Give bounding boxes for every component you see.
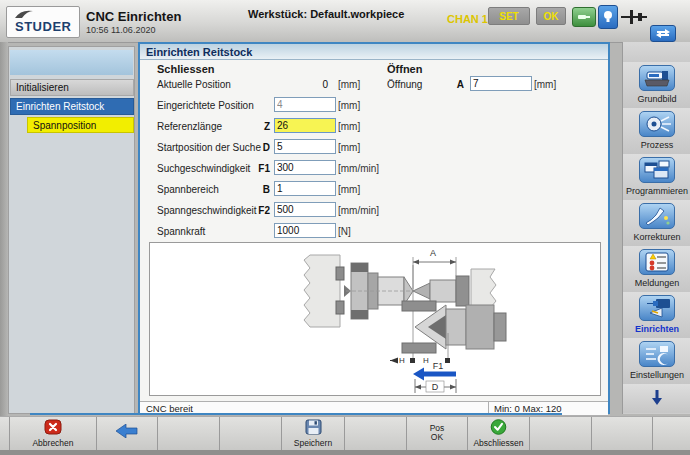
softkey-empty <box>653 417 690 451</box>
softkey-grundbild[interactable]: Grundbild <box>623 62 690 109</box>
channel-label: CHAN 1 <box>447 13 488 25</box>
check-icon <box>490 419 507 435</box>
field-unit: [mm] <box>338 121 360 132</box>
softkey-abbrechen[interactable]: Abbrechen <box>10 417 97 451</box>
form-row: Spannkraft [N] <box>140 223 608 242</box>
dim-label-f1: F1 <box>433 361 444 371</box>
softkey-meldungen[interactable]: Meldungen <box>623 246 690 293</box>
field-label: Suchgeschwindigkeit <box>157 163 250 174</box>
oeffnung-input[interactable] <box>470 76 532 91</box>
field-prefix: D <box>246 142 270 153</box>
referenzlaenge-input[interactable] <box>274 118 336 133</box>
dim-label-d: D <box>432 382 439 392</box>
bottom-softkey-bar: Abbrechen Speichern Pos OK Abschliessen <box>0 416 690 451</box>
dim-label-a: A <box>430 248 436 258</box>
form-row: Startposition der Suche D [mm] <box>140 139 608 158</box>
spanngeschwindigkeit-input[interactable] <box>274 202 336 217</box>
field-prefix: F2 <box>246 205 270 216</box>
softkey-empty <box>592 417 653 451</box>
usb-button[interactable] <box>572 7 596 27</box>
spannbereich-input[interactable] <box>274 181 336 196</box>
field-prefix: F1 <box>246 163 270 174</box>
prozess-icon <box>639 111 675 137</box>
nav-item-spannposition[interactable]: Spannposition <box>27 117 134 133</box>
cancel-icon <box>44 419 62 435</box>
form-row: Spanngeschwindigkeit F2 [mm/min] <box>140 202 608 221</box>
help-bulb-icon <box>603 10 613 24</box>
ok-button[interactable]: OK <box>536 7 566 25</box>
sidebar-header-strip <box>10 50 133 75</box>
field-label: Referenzlänge <box>157 121 222 132</box>
einrichten-reitstock-panel: Einrichten Reitstock Schliessen Öffnen A… <box>138 42 610 414</box>
field-unit: [mm/min] <box>338 205 379 216</box>
softkey-spacer <box>623 42 690 63</box>
nav-item-label: Einrichten Reitstock <box>16 101 104 112</box>
field-unit: [mm/min] <box>338 163 379 174</box>
startposition-input[interactable] <box>274 139 336 154</box>
form-row: Eingerichtete Position [mm] <box>140 97 608 116</box>
tailstock-diagram-drawing: A H H F1 <box>150 243 600 395</box>
nav-item-label: Spannposition <box>33 120 96 131</box>
set-button[interactable]: SET <box>488 7 530 25</box>
eingerichtete-position-input[interactable] <box>274 97 336 112</box>
softkey-pos-ok[interactable]: Pos OK <box>407 417 468 451</box>
meldungen-icon <box>639 249 675 275</box>
softkey-empty <box>345 417 407 451</box>
dim-label-h2: H <box>423 356 429 365</box>
softkey-empty <box>0 417 10 451</box>
field-unit: [mm] <box>338 184 360 195</box>
back-arrow-icon <box>116 424 138 440</box>
field-label: Aktuelle Position <box>157 79 231 90</box>
field-unit: [mm] <box>338 79 360 90</box>
datetime: 10:56 11.06.2020 <box>86 25 155 35</box>
section-oeffnen: Öffnen <box>387 63 422 75</box>
field-prefix: Z <box>246 121 270 132</box>
softkey-empty <box>530 417 592 451</box>
page-title: CNC Einrichten <box>86 9 181 24</box>
einstellungen-icon <box>639 341 675 367</box>
panel-title: Einrichten Reitstock <box>140 44 608 60</box>
help-button[interactable] <box>598 5 618 29</box>
oeffnung-label: Öffnung <box>387 79 422 90</box>
left-edge-strip <box>0 42 8 450</box>
softkey-programmieren[interactable]: Programmieren <box>623 154 690 201</box>
softkey-prozess[interactable]: Prozess <box>623 108 690 155</box>
softkey-scroll-down[interactable] <box>623 384 690 413</box>
form-row: Spannbereich B [mm] <box>140 181 608 200</box>
softkey-einstellungen[interactable]: Einstellungen <box>623 338 690 385</box>
softkey-speichern[interactable]: Speichern <box>282 417 345 451</box>
section-schliessen: Schliessen <box>157 63 214 75</box>
aktuelle-position-value: 0 <box>274 79 328 90</box>
korrekturen-icon <box>639 203 675 229</box>
softkey-empty <box>220 417 282 451</box>
softkey-back[interactable] <box>97 417 158 451</box>
spannkraft-input[interactable] <box>274 223 336 238</box>
field-label: Spannkraft <box>157 226 205 237</box>
right-softkey-bar: Grundbild Prozess Programmieren Korrektu… <box>622 42 690 414</box>
form-row: Referenzlänge Z [mm] <box>140 118 608 137</box>
programmieren-icon <box>639 157 675 183</box>
studer-logo-text: STUDER <box>15 19 71 34</box>
nav-item-einrichten-reitstock[interactable]: Einrichten Reitstock <box>10 98 134 115</box>
field-label: Spanngeschwindigkeit <box>157 205 257 216</box>
softkey-empty <box>158 417 220 451</box>
navigation-sidebar: Initialisieren Einrichten Reitstock Span… <box>8 46 135 414</box>
dim-label-h1: H <box>399 356 405 365</box>
nav-item-initialisieren[interactable]: Initialisieren <box>10 79 134 96</box>
scroll-down-icon <box>650 389 664 407</box>
softkey-abschliessen[interactable]: Abschliessen <box>468 417 530 451</box>
softkey-korrekturen[interactable]: Korrekturen <box>623 200 690 247</box>
softkey-einrichten[interactable]: Einrichten <box>623 292 690 339</box>
sync-icon <box>655 29 671 39</box>
bottom-edge-strip <box>0 450 690 455</box>
oeffnung-prefix: A <box>440 79 464 90</box>
field-unit: [N] <box>338 226 351 237</box>
sync-button[interactable] <box>650 25 676 42</box>
suchgeschwindigkeit-input[interactable] <box>274 160 336 175</box>
field-label: Spannbereich <box>157 184 219 195</box>
save-icon <box>305 419 322 435</box>
workpiece-label: Werkstück: Default.workpiece <box>248 8 404 20</box>
form-row: Aktuelle Position 0 [mm] Öffnung A [mm] <box>140 76 608 95</box>
field-unit: [mm] <box>338 100 360 111</box>
field-label: Eingerichtete Position <box>157 100 254 111</box>
